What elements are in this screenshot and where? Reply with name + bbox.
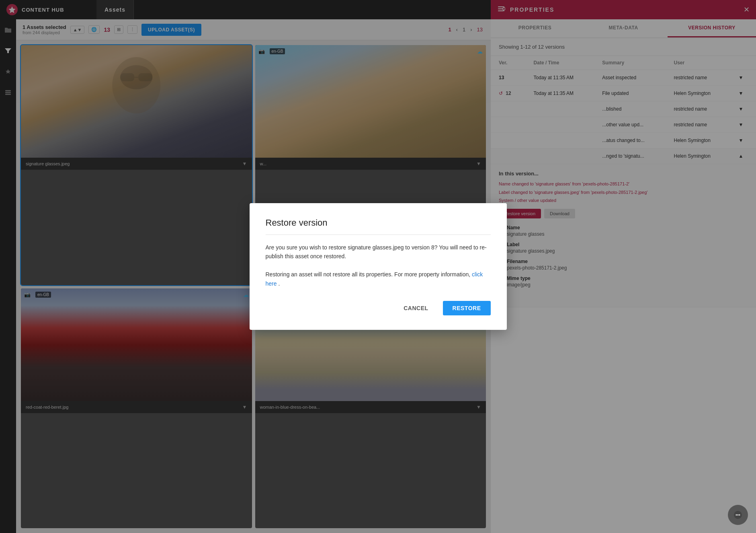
svg-point-16 — [736, 514, 737, 516]
dialog-body-line2: Restoring an asset will not restore all … — [266, 270, 491, 288]
dialog-body-suffix: . — [278, 280, 280, 287]
dialog-title: Restore version — [266, 218, 491, 235]
dialog-overlay[interactable]: Restore version Are you sure you wish to… — [0, 0, 756, 533]
dialog-body-line1: Are you sure you wish to restore signatu… — [266, 243, 491, 261]
chat-bubble[interactable] — [728, 505, 748, 525]
dialog-actions: CANCEL RESTORE — [266, 301, 491, 315]
svg-point-18 — [739, 514, 740, 516]
dialog-body: Are you sure you wish to restore signatu… — [266, 243, 491, 288]
cancel-button[interactable]: CANCEL — [394, 301, 438, 315]
svg-point-17 — [738, 514, 739, 516]
restore-button[interactable]: RESTORE — [443, 301, 491, 315]
dialog-body-prefix: Restoring an asset will not restore all … — [266, 271, 471, 278]
restore-version-dialog: Restore version Are you sure you wish to… — [250, 203, 507, 330]
